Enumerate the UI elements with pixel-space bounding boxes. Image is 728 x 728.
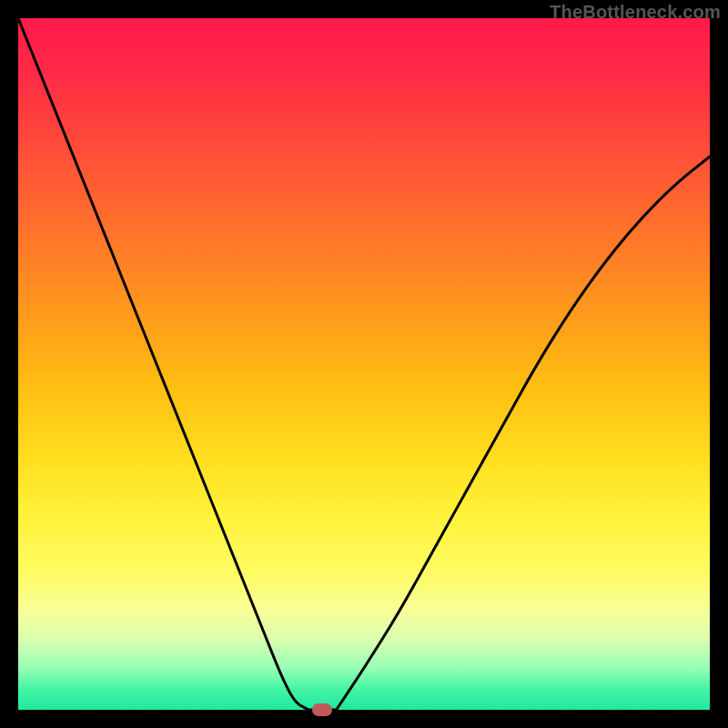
plot-area [18, 18, 710, 710]
min-point-marker [312, 703, 332, 716]
chart-frame: TheBottleneck.com [0, 0, 728, 728]
bottleneck-curve [18, 18, 710, 710]
